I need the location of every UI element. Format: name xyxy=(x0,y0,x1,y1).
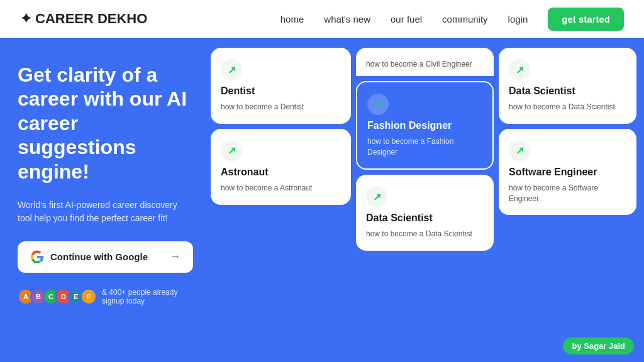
card-subtitle: how to become a Fashion Designer xyxy=(367,136,482,158)
card-icon: ↗ xyxy=(221,59,242,80)
nav-links: home what's new our fuel community login… xyxy=(280,8,624,31)
attribution-badge[interactable]: by Sagar Jaid xyxy=(563,337,634,354)
navbar: ✦ CAREERDEKHO home what's new our fuel c… xyxy=(0,0,644,38)
card-title: Fashion Designer xyxy=(367,120,482,131)
nav-our-fuel[interactable]: our fuel xyxy=(391,14,422,25)
card-title: Dentist xyxy=(221,85,341,97)
card-icon: ↗ xyxy=(509,140,530,162)
trend-up-icon: ↗ xyxy=(374,98,382,110)
cards-col-2: how to become a Civil Engineer ↗ Fashion… xyxy=(353,43,496,291)
attribution-label: by xyxy=(572,341,581,351)
card-fashion-designer[interactable]: ↗ Fashion Designer how to become a Fashi… xyxy=(356,81,494,170)
card-icon: ↗ xyxy=(509,59,530,80)
trend-up-icon: ↗ xyxy=(516,145,524,156)
logo-career: CAREER xyxy=(35,11,94,27)
google-icon xyxy=(30,250,44,264)
card-subtitle: how to become a Astronaut xyxy=(221,183,341,194)
avatar: F xyxy=(80,288,97,305)
nav-login[interactable]: login xyxy=(508,14,528,25)
card-icon: ↗ xyxy=(366,186,387,207)
logo-dekho: DEKHO xyxy=(97,11,147,27)
trend-up-icon: ↗ xyxy=(228,64,236,76)
continue-with-google-button[interactable]: Continue with Google → xyxy=(18,241,193,273)
avatars: A B C D E F xyxy=(18,288,97,305)
card-title: Software Engineer xyxy=(509,167,626,178)
attribution-name[interactable]: Sagar Jaid xyxy=(584,341,625,351)
hero-title: Get clarity of a career with our AI care… xyxy=(18,63,193,184)
card-software-engineer[interactable]: ↗ Software Engineer how to become a Soft… xyxy=(499,129,636,216)
card-dentist[interactable]: ↗ Dentist how to become a Dentist xyxy=(211,48,351,124)
logo[interactable]: ✦ CAREERDEKHO xyxy=(20,11,147,27)
card-subtitle: how to become a Data Scientist xyxy=(366,229,484,239)
main-content: Get clarity of a career with our AI care… xyxy=(0,38,644,362)
arrow-right-icon: → xyxy=(169,250,180,263)
card-civil-engineer[interactable]: how to become a Civil Engineer xyxy=(356,48,494,76)
logo-icon: ✦ xyxy=(20,11,31,27)
card-data-scientist-col2[interactable]: ↗ Data Scientist how to become a Data Sc… xyxy=(356,175,494,251)
nav-whats-new[interactable]: what's new xyxy=(324,14,370,25)
get-started-button[interactable]: get started xyxy=(548,8,624,31)
hero-subtitle: World's first AI-powered career discover… xyxy=(18,199,193,225)
nav-home[interactable]: home xyxy=(280,14,304,25)
trend-up-icon: ↗ xyxy=(516,64,524,76)
left-panel: Get clarity of a career with our AI care… xyxy=(0,38,211,362)
signup-text: & 400+ people already signup today xyxy=(102,288,193,305)
card-subtitle: how to become a Dentist xyxy=(221,102,341,112)
card-icon: ↗ xyxy=(367,94,389,115)
cards-col-3: ↗ Data Scientist how to become a Data Sc… xyxy=(496,43,639,291)
google-btn-label: Continue with Google xyxy=(50,251,148,262)
card-subtitle: how to become a Data Scientist xyxy=(509,102,626,112)
card-title: Astronaut xyxy=(221,167,341,178)
card-title: Data Scientist xyxy=(366,212,484,224)
card-subtitle: how to become a Civil Engineer xyxy=(366,59,484,70)
card-data-scientist-col3[interactable]: ↗ Data Scientist how to become a Data Sc… xyxy=(499,48,636,124)
cards-col-1: ↗ Dentist how to become a Dentist ↗ Astr… xyxy=(211,43,353,291)
trend-up-icon: ↗ xyxy=(228,145,236,156)
card-icon: ↗ xyxy=(221,140,242,162)
signup-info: A B C D E F & 400+ people already signup… xyxy=(18,288,193,305)
card-title: Data Scientist xyxy=(509,85,626,97)
card-astronaut[interactable]: ↗ Astronaut how to become a Astronaut xyxy=(211,129,351,205)
trend-up-icon: ↗ xyxy=(373,191,381,203)
card-subtitle: how to become a Software Engineer xyxy=(509,183,626,204)
nav-community[interactable]: community xyxy=(442,14,488,25)
cards-grid: ↗ Dentist how to become a Dentist ↗ Astr… xyxy=(211,38,644,362)
